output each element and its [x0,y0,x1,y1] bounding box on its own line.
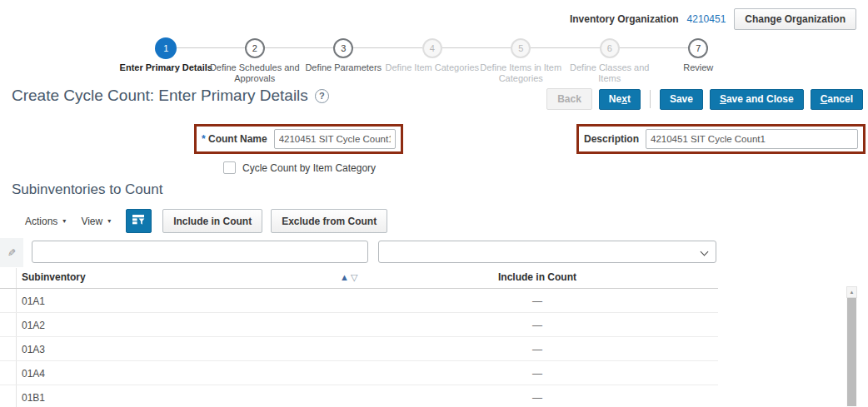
count-name-input[interactable] [274,129,396,149]
step-1-circle[interactable]: 1 [155,37,177,59]
save-close-mnemonic: S [720,93,726,105]
step-6-label: Define Classes and Items [561,62,659,84]
query-by-example-button[interactable] [126,209,152,233]
include-in-count-cell: — [466,392,608,404]
edit-pencil-icon: ✎ [7,247,16,259]
page-action-buttons: Back Next Save Save and Close Cancel [546,88,863,110]
step-define-item-categories: 4 Define Item Categories [388,37,477,84]
change-organization-button[interactable]: Change Organization [734,8,856,30]
step-define-schedules-approvals: 2 Define Schedules and Approvals [211,37,300,84]
step-7-label: Review [649,62,747,73]
button-separator [650,90,651,108]
subinventory-cell: 01A1 [22,295,45,307]
save-button[interactable]: Save [660,89,703,110]
help-icon[interactable]: ? [315,89,329,103]
inventory-organization-label: Inventory Organization [570,13,679,25]
step-3-circle[interactable]: 3 [333,38,353,58]
next-label-end: t [627,93,631,105]
page-title: Create Cycle Count: Enter Primary Detail… [12,87,308,105]
next-label: Ne [609,93,621,105]
required-marker: * [202,133,206,145]
description-annotation-box: Description [576,124,866,154]
wizard-stepper: 1 Enter Primary Details 2 Define Schedul… [122,37,743,84]
cancel-button[interactable]: Cancel [811,89,863,110]
table-row[interactable]: 01B1 — [0,385,718,407]
subinventories-section-title: Subinventories to Count [12,181,162,198]
step-3-label: Define Parameters [294,62,392,73]
row-gutter [0,385,17,407]
cycle-count-by-item-category-checkbox[interactable] [223,161,236,174]
step-define-items-in-item-categories: 5 Define Items in Item Categories [476,37,566,84]
row-gutter [0,361,17,385]
filter-row-gutter: ✎ [0,238,23,267]
row-gutter [0,337,17,360]
top-context-bar: Inventory Organization 4210451 Change Or… [570,8,856,30]
row-gutter [0,313,17,336]
caret-down-icon: ▾ [107,217,111,225]
include-in-count-cell: — [466,320,608,331]
exclude-from-count-button[interactable]: Exclude from Count [271,209,387,233]
count-name-label-text: Count Name [208,133,267,145]
sort-controls: ▲ ▽ [340,273,357,282]
table-row[interactable]: 01A3 — [0,337,718,361]
table-row[interactable]: 01A1 — [0,289,718,313]
count-name-label: * Count Name [202,133,267,145]
inventory-organization-link[interactable]: 4210451 [687,13,726,25]
scrollbar-thumb[interactable] [847,298,856,406]
description-label: Description [584,133,639,145]
description-input[interactable] [646,129,858,149]
subinventory-cell: 01A3 [22,344,45,355]
step-5-label: Define Items in Item Categories [471,62,570,84]
save-and-close-button[interactable]: Save and Close [710,89,804,110]
subinventory-cell: 01B1 [22,392,45,404]
include-in-count-filter-select[interactable] [378,241,716,263]
step-2-circle[interactable]: 2 [245,38,265,58]
chevron-down-icon [701,248,709,256]
table-header-row: Subinventory ▲ ▽ Include in Count [0,268,718,289]
step-enter-primary-details: 1 Enter Primary Details [122,37,211,84]
caret-down-icon: ▾ [62,217,66,225]
save-label: Save [670,93,693,105]
view-menu[interactable]: View▾ [81,216,111,227]
include-in-count-button[interactable]: Include in Count [162,209,262,233]
step-6-circle[interactable]: 6 [600,38,620,58]
table-row[interactable]: 01A2 — [0,313,718,337]
step-4-circle[interactable]: 4 [422,38,442,58]
sort-ascending-icon[interactable]: ▲ [340,273,349,282]
cycle-count-by-item-category-label: Cycle Count by Item Category [242,162,376,174]
table-header-gutter [0,268,17,288]
column-header-subinventory: Subinventory [22,271,86,283]
query-by-example-icon [132,213,146,229]
create-cycle-count-page: Inventory Organization 4210451 Change Or… [0,0,868,407]
actions-menu[interactable]: Actions▾ [25,216,66,227]
subinventories-toolbar: Actions▾ View▾ Include in Count Exclude … [25,209,396,233]
step-2-label: Define Schedules and Approvals [206,62,304,84]
vertical-scrollbar: ▲ [846,286,857,407]
table-row[interactable]: 01A4 — [0,361,718,385]
next-button[interactable]: Next [599,89,641,110]
scrollbar-up-arrow[interactable]: ▲ [846,286,857,298]
step-review: 7 Review [654,37,743,84]
subinventories-table-body: 01A1 — 01A2 — 01A3 — 01A4 — 01B1 — [0,289,718,407]
include-in-count-cell: — [466,295,608,307]
subinventory-filter-input[interactable] [32,241,368,263]
next-mnemonic: x [621,93,627,105]
count-name-annotation-box: * Count Name [194,124,403,154]
step-5-circle[interactable]: 5 [511,38,531,58]
subinventory-cell: 01A4 [22,368,45,380]
sort-descending-icon[interactable]: ▽ [351,273,357,282]
step-1-label: Enter Primary Details [117,62,215,73]
title-bar: Create Cycle Count: Enter Primary Detail… [12,87,329,105]
cancel-mnemonic: C [821,93,828,105]
step-4-label: Define Item Categories [383,62,481,73]
subinventory-cell: 01A2 [22,320,45,331]
column-header-include-in-count: Include in Count [466,271,608,283]
step-define-classes-and-items: 6 Define Classes and Items [566,37,655,84]
include-in-count-cell: — [466,368,608,380]
include-in-count-cell: — [466,344,608,355]
save-close-label-end: ave and Close [726,93,794,105]
cancel-label-end: ancel [827,93,853,105]
back-button[interactable]: Back [546,88,592,110]
cycle-count-by-item-category-row: Cycle Count by Item Category [223,161,376,174]
step-7-circle[interactable]: 7 [688,38,708,58]
